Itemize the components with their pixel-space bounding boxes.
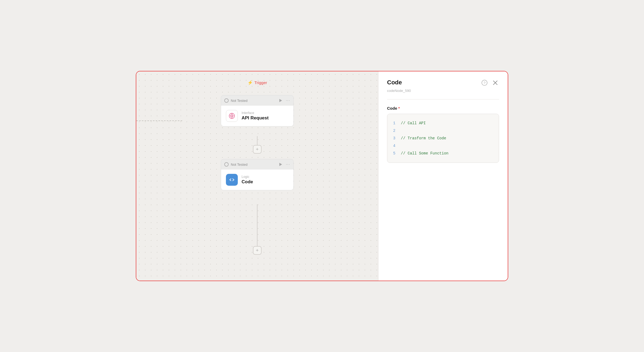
code-panel-header: Code ? — [387, 79, 499, 87]
code-panel-title: Code — [387, 79, 402, 86]
trigger-label: ⚡ Trigger — [248, 80, 267, 85]
line-code: // Call Some Function — [401, 151, 448, 156]
node-api-body[interactable]: Interface API Request — [221, 106, 294, 126]
required-star: * — [398, 106, 400, 111]
code-line: 4 — [387, 142, 499, 150]
node-status-api: Not Tested — [231, 99, 276, 103]
node-api-info: Interface API Request — [242, 111, 269, 121]
code-field-label: Code * — [387, 106, 499, 111]
node-status-circle-api — [224, 98, 229, 103]
line-number: 1 — [387, 121, 401, 125]
node-api-more-button[interactable]: ··· — [286, 98, 290, 103]
code-panel-header-actions: ? — [481, 79, 499, 87]
dashed-connector — [136, 120, 182, 121]
line-number: 3 — [387, 136, 401, 140]
add-node-button-2[interactable]: + — [253, 246, 262, 255]
node-api-request[interactable]: Not Tested ··· — [221, 95, 294, 126]
code-line: 2 — [387, 127, 499, 134]
code-panel: Code ? codeNode_590 Code * — [378, 71, 508, 281]
node-code-title: Code — [242, 179, 253, 185]
bolt-icon: ⚡ — [248, 80, 253, 85]
line-code: // Call API — [401, 121, 426, 125]
node-status-code: Not Tested — [231, 163, 276, 167]
connector-line-2 — [257, 204, 257, 253]
canvas-panel: ⚡ Trigger Not Tested ··· — [136, 71, 378, 281]
node-code-info: Logic Code — [242, 175, 253, 185]
line-number: 5 — [387, 151, 401, 156]
code-line: 1// Call API — [387, 119, 499, 127]
node-code-more-button[interactable]: ··· — [286, 162, 290, 167]
node-status-circle-code — [224, 162, 229, 167]
node-code-category: Logic — [242, 175, 253, 179]
node-code-icon — [226, 174, 238, 186]
node-code[interactable]: Not Tested ··· — [221, 159, 294, 190]
code-editor[interactable]: 1// Call API23// Trasform the Code45// C… — [387, 114, 499, 163]
node-code-play-button[interactable] — [278, 161, 284, 167]
node-api-category: Interface — [242, 111, 269, 115]
help-button[interactable]: ? — [481, 79, 488, 87]
line-number: 4 — [387, 144, 401, 148]
node-api-header: Not Tested ··· — [221, 95, 294, 106]
node-code-actions: ··· — [278, 161, 290, 167]
node-api-play-button[interactable] — [278, 98, 284, 103]
close-button[interactable] — [492, 79, 499, 87]
node-api-icon — [226, 110, 238, 122]
main-container: ⚡ Trigger Not Tested ··· — [136, 71, 508, 281]
code-line: 5// Call Some Function — [387, 150, 499, 157]
panel-divider — [387, 99, 499, 99]
node-api-title: API Request — [242, 115, 269, 121]
svg-text:?: ? — [483, 81, 485, 85]
trigger-text: Trigger — [255, 80, 267, 85]
node-code-body[interactable]: Logic Code — [221, 170, 294, 190]
add-node-button-1[interactable]: + — [253, 145, 262, 154]
line-code: // Trasform the Code — [401, 136, 446, 140]
node-code-header: Not Tested ··· — [221, 159, 294, 170]
code-panel-subtitle: codeNode_590 — [387, 89, 499, 93]
node-api-actions: ··· — [278, 98, 290, 103]
line-number: 2 — [387, 129, 401, 133]
code-line: 3// Trasform the Code — [387, 134, 499, 142]
